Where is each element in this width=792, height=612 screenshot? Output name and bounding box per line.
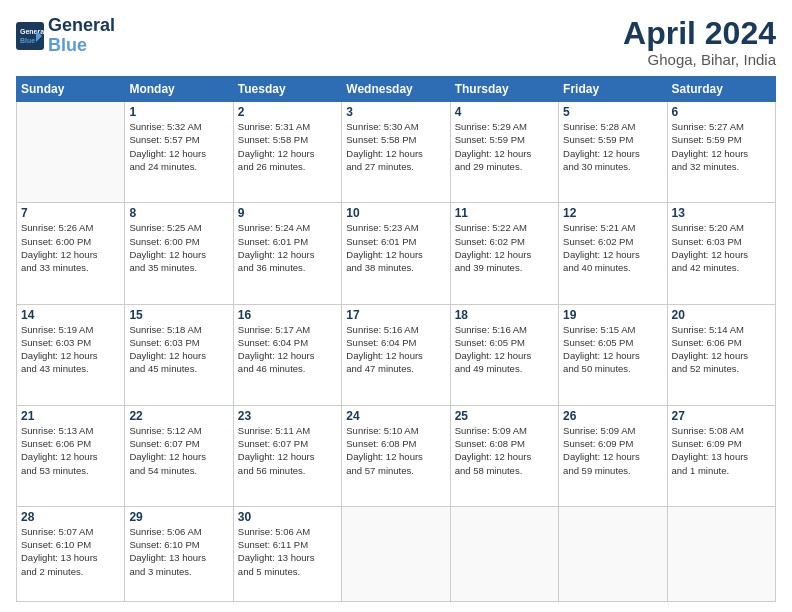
calendar-cell: 26Sunrise: 5:09 AM Sunset: 6:09 PM Dayli… [559,405,667,506]
day-info: Sunrise: 5:16 AM Sunset: 6:05 PM Dayligh… [455,323,554,376]
day-number: 7 [21,206,120,220]
svg-text:Blue: Blue [20,37,35,44]
calendar-cell [17,102,125,203]
calendar-cell: 22Sunrise: 5:12 AM Sunset: 6:07 PM Dayli… [125,405,233,506]
logo-line1: General [48,15,115,35]
day-number: 12 [563,206,662,220]
day-info: Sunrise: 5:22 AM Sunset: 6:02 PM Dayligh… [455,221,554,274]
day-info: Sunrise: 5:11 AM Sunset: 6:07 PM Dayligh… [238,424,337,477]
day-number: 13 [672,206,771,220]
day-number: 21 [21,409,120,423]
day-number: 11 [455,206,554,220]
day-info: Sunrise: 5:26 AM Sunset: 6:00 PM Dayligh… [21,221,120,274]
calendar-cell: 8Sunrise: 5:25 AM Sunset: 6:00 PM Daylig… [125,203,233,304]
day-number: 17 [346,308,445,322]
day-info: Sunrise: 5:27 AM Sunset: 5:59 PM Dayligh… [672,120,771,173]
calendar-cell: 20Sunrise: 5:14 AM Sunset: 6:06 PM Dayli… [667,304,775,405]
calendar-cell: 16Sunrise: 5:17 AM Sunset: 6:04 PM Dayli… [233,304,341,405]
header: General Blue General Blue April 2024 Gho… [16,16,776,68]
day-number: 22 [129,409,228,423]
day-number: 1 [129,105,228,119]
calendar-cell: 30Sunrise: 5:06 AM Sunset: 6:11 PM Dayli… [233,506,341,601]
calendar-cell: 11Sunrise: 5:22 AM Sunset: 6:02 PM Dayli… [450,203,558,304]
calendar-cell: 23Sunrise: 5:11 AM Sunset: 6:07 PM Dayli… [233,405,341,506]
month-title: April 2024 [623,16,776,51]
calendar-cell: 7Sunrise: 5:26 AM Sunset: 6:00 PM Daylig… [17,203,125,304]
calendar-page: General Blue General Blue April 2024 Gho… [0,0,792,612]
day-number: 3 [346,105,445,119]
day-info: Sunrise: 5:20 AM Sunset: 6:03 PM Dayligh… [672,221,771,274]
day-number: 6 [672,105,771,119]
day-number: 24 [346,409,445,423]
day-number: 10 [346,206,445,220]
calendar-cell: 24Sunrise: 5:10 AM Sunset: 6:08 PM Dayli… [342,405,450,506]
logo-icon: General Blue [16,22,44,50]
calendar-cell [342,506,450,601]
day-header-tuesday: Tuesday [233,77,341,102]
week-row-4: 21Sunrise: 5:13 AM Sunset: 6:06 PM Dayli… [17,405,776,506]
day-header-saturday: Saturday [667,77,775,102]
calendar-cell: 28Sunrise: 5:07 AM Sunset: 6:10 PM Dayli… [17,506,125,601]
day-info: Sunrise: 5:09 AM Sunset: 6:09 PM Dayligh… [563,424,662,477]
day-number: 14 [21,308,120,322]
day-number: 15 [129,308,228,322]
day-info: Sunrise: 5:06 AM Sunset: 6:10 PM Dayligh… [129,525,228,578]
calendar-cell: 3Sunrise: 5:30 AM Sunset: 5:58 PM Daylig… [342,102,450,203]
day-number: 18 [455,308,554,322]
location: Ghoga, Bihar, India [623,51,776,68]
day-number: 19 [563,308,662,322]
calendar-cell: 2Sunrise: 5:31 AM Sunset: 5:58 PM Daylig… [233,102,341,203]
calendar-cell: 25Sunrise: 5:09 AM Sunset: 6:08 PM Dayli… [450,405,558,506]
day-info: Sunrise: 5:06 AM Sunset: 6:11 PM Dayligh… [238,525,337,578]
logo-text: General Blue [48,16,115,56]
logo: General Blue General Blue [16,16,115,56]
day-number: 29 [129,510,228,524]
day-info: Sunrise: 5:31 AM Sunset: 5:58 PM Dayligh… [238,120,337,173]
day-info: Sunrise: 5:12 AM Sunset: 6:07 PM Dayligh… [129,424,228,477]
day-header-friday: Friday [559,77,667,102]
week-row-5: 28Sunrise: 5:07 AM Sunset: 6:10 PM Dayli… [17,506,776,601]
day-header-thursday: Thursday [450,77,558,102]
calendar-cell: 29Sunrise: 5:06 AM Sunset: 6:10 PM Dayli… [125,506,233,601]
day-info: Sunrise: 5:30 AM Sunset: 5:58 PM Dayligh… [346,120,445,173]
week-row-3: 14Sunrise: 5:19 AM Sunset: 6:03 PM Dayli… [17,304,776,405]
calendar-cell: 1Sunrise: 5:32 AM Sunset: 5:57 PM Daylig… [125,102,233,203]
day-info: Sunrise: 5:13 AM Sunset: 6:06 PM Dayligh… [21,424,120,477]
day-info: Sunrise: 5:08 AM Sunset: 6:09 PM Dayligh… [672,424,771,477]
calendar-cell: 21Sunrise: 5:13 AM Sunset: 6:06 PM Dayli… [17,405,125,506]
day-number: 27 [672,409,771,423]
calendar-cell: 6Sunrise: 5:27 AM Sunset: 5:59 PM Daylig… [667,102,775,203]
day-info: Sunrise: 5:21 AM Sunset: 6:02 PM Dayligh… [563,221,662,274]
calendar: SundayMondayTuesdayWednesdayThursdayFrid… [16,76,776,602]
day-header-monday: Monday [125,77,233,102]
calendar-cell: 12Sunrise: 5:21 AM Sunset: 6:02 PM Dayli… [559,203,667,304]
day-number: 16 [238,308,337,322]
day-info: Sunrise: 5:29 AM Sunset: 5:59 PM Dayligh… [455,120,554,173]
calendar-cell: 14Sunrise: 5:19 AM Sunset: 6:03 PM Dayli… [17,304,125,405]
calendar-cell [559,506,667,601]
calendar-cell: 27Sunrise: 5:08 AM Sunset: 6:09 PM Dayli… [667,405,775,506]
day-number: 23 [238,409,337,423]
calendar-cell: 18Sunrise: 5:16 AM Sunset: 6:05 PM Dayli… [450,304,558,405]
day-number: 4 [455,105,554,119]
title-block: April 2024 Ghoga, Bihar, India [623,16,776,68]
day-info: Sunrise: 5:18 AM Sunset: 6:03 PM Dayligh… [129,323,228,376]
week-row-2: 7Sunrise: 5:26 AM Sunset: 6:00 PM Daylig… [17,203,776,304]
day-info: Sunrise: 5:32 AM Sunset: 5:57 PM Dayligh… [129,120,228,173]
day-info: Sunrise: 5:09 AM Sunset: 6:08 PM Dayligh… [455,424,554,477]
day-number: 2 [238,105,337,119]
day-number: 26 [563,409,662,423]
day-info: Sunrise: 5:07 AM Sunset: 6:10 PM Dayligh… [21,525,120,578]
day-number: 20 [672,308,771,322]
day-info: Sunrise: 5:28 AM Sunset: 5:59 PM Dayligh… [563,120,662,173]
svg-text:General: General [20,28,44,35]
calendar-cell [450,506,558,601]
day-info: Sunrise: 5:10 AM Sunset: 6:08 PM Dayligh… [346,424,445,477]
day-info: Sunrise: 5:23 AM Sunset: 6:01 PM Dayligh… [346,221,445,274]
day-info: Sunrise: 5:16 AM Sunset: 6:04 PM Dayligh… [346,323,445,376]
day-number: 25 [455,409,554,423]
calendar-cell: 15Sunrise: 5:18 AM Sunset: 6:03 PM Dayli… [125,304,233,405]
day-number: 9 [238,206,337,220]
calendar-table: SundayMondayTuesdayWednesdayThursdayFrid… [16,76,776,602]
day-number: 30 [238,510,337,524]
